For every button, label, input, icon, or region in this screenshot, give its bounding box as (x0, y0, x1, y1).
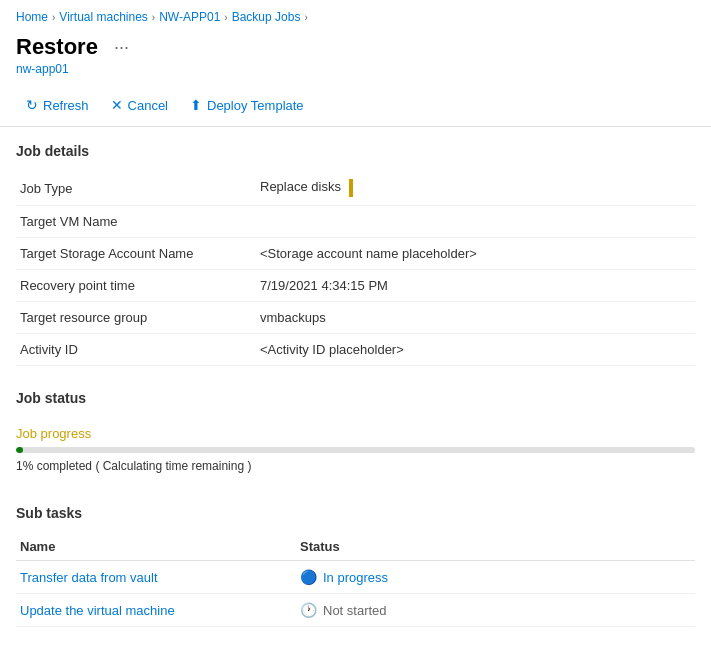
progress-text: 1% completed ( Calculating time remainin… (16, 459, 695, 473)
subtask-row: Transfer data from vault🔵In progress (16, 561, 695, 594)
breadcrumb-chevron-2: › (152, 12, 155, 23)
yellow-indicator (349, 179, 353, 197)
cancel-label: Cancel (128, 98, 168, 113)
job-details-value: vmbackups (256, 302, 695, 334)
deploy-template-button[interactable]: ⬆ Deploy Template (180, 92, 314, 118)
page-title: Restore (16, 34, 98, 60)
subtasks-col-status: Status (296, 533, 695, 561)
subtask-row: Update the virtual machine🕐Not started (16, 594, 695, 627)
progress-section: Job progress 1% completed ( Calculating … (0, 426, 711, 497)
cancel-icon: ✕ (111, 97, 123, 113)
refresh-button[interactable]: ↻ Refresh (16, 92, 99, 118)
job-details-value (256, 206, 695, 238)
refresh-label: Refresh (43, 98, 89, 113)
subtasks-col-name: Name (16, 533, 296, 561)
job-details-row: Target Storage Account Name<Storage acco… (16, 238, 695, 270)
breadcrumb-virtual-machines[interactable]: Virtual machines (59, 10, 148, 24)
job-status-section: Job status (0, 374, 711, 426)
subtasks-title: Sub tasks (16, 505, 695, 521)
cancel-button[interactable]: ✕ Cancel (101, 92, 178, 118)
subtask-status: 🕐Not started (296, 594, 695, 627)
subtask-status: 🔵In progress (296, 561, 695, 594)
job-details-row: Target resource groupvmbackups (16, 302, 695, 334)
job-details-label: Target Storage Account Name (16, 238, 256, 270)
page-header: Restore ··· nw-app01 (0, 30, 711, 84)
job-details-label: Activity ID (16, 334, 256, 366)
breadcrumb-home[interactable]: Home (16, 10, 48, 24)
deploy-icon: ⬆ (190, 97, 202, 113)
subtask-name[interactable]: Update the virtual machine (16, 594, 296, 627)
breadcrumb-chevron-1: › (52, 12, 55, 23)
job-details-row: Recovery point time7/19/2021 4:34:15 PM (16, 270, 695, 302)
job-details-row: Target VM Name (16, 206, 695, 238)
subtask-status-text: Not started (323, 603, 387, 618)
job-details-label: Target VM Name (16, 206, 256, 238)
job-details-row: Job TypeReplace disks (16, 171, 695, 206)
subtask-name[interactable]: Transfer data from vault (16, 561, 296, 594)
subtask-status-text: In progress (323, 570, 388, 585)
deploy-template-label: Deploy Template (207, 98, 304, 113)
progress-bar-container (16, 447, 695, 453)
job-status-title: Job status (16, 390, 695, 406)
not-started-icon: 🕐 (300, 602, 317, 618)
job-details-table: Job TypeReplace disksTarget VM NameTarge… (16, 171, 695, 366)
job-details-value: <Storage account name placeholder> (256, 238, 695, 270)
breadcrumb-chevron-4: › (304, 12, 307, 23)
breadcrumb-chevron-3: › (224, 12, 227, 23)
breadcrumb-backup-jobs[interactable]: Backup Jobs (232, 10, 301, 24)
job-details-label: Recovery point time (16, 270, 256, 302)
subtasks-section: Sub tasks Name Status Transfer data from… (0, 497, 711, 635)
job-details-title: Job details (16, 143, 695, 159)
breadcrumb: Home › Virtual machines › NW-APP01 › Bac… (0, 0, 711, 30)
progress-bar-fill (16, 447, 23, 453)
ellipsis-button[interactable]: ··· (108, 35, 135, 60)
subtasks-table: Name Status Transfer data from vault🔵In … (16, 533, 695, 627)
page-subtitle: nw-app01 (16, 62, 695, 76)
breadcrumb-nw-app01[interactable]: NW-APP01 (159, 10, 220, 24)
progress-label: Job progress (16, 426, 695, 441)
job-details-value: <Activity ID placeholder> (256, 334, 695, 366)
job-details-value: Replace disks (256, 171, 695, 206)
job-details-section: Job details Job TypeReplace disksTarget … (0, 127, 711, 374)
in-progress-icon: 🔵 (300, 569, 317, 585)
job-details-label: Target resource group (16, 302, 256, 334)
toolbar: ↻ Refresh ✕ Cancel ⬆ Deploy Template (0, 84, 711, 127)
refresh-icon: ↻ (26, 97, 38, 113)
job-details-row: Activity ID<Activity ID placeholder> (16, 334, 695, 366)
job-details-label: Job Type (16, 171, 256, 206)
job-details-value: 7/19/2021 4:34:15 PM (256, 270, 695, 302)
